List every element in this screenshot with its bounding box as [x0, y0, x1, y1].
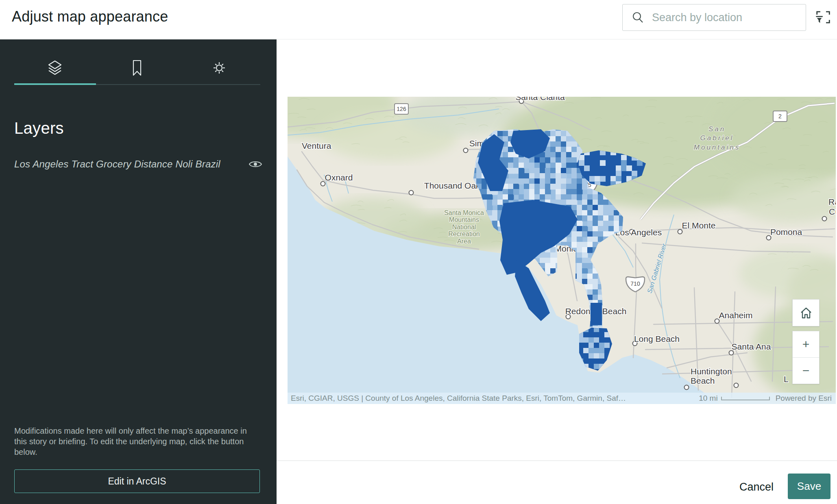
svg-text:2: 2	[778, 113, 782, 119]
adjust-map-appearance-dialog: Adjust map appearance	[0, 0, 837, 504]
edit-in-arcgis-button[interactable]: Edit in ArcGIS	[14, 469, 260, 493]
map-attribution-bar: Esri, CGIAR, USGS | County of Los Angele…	[288, 393, 836, 404]
attribution-text: Esri, CGIAR, USGS | County of Los Angele…	[291, 394, 699, 403]
tab-settings[interactable]	[179, 55, 260, 81]
map-label: Beach	[691, 376, 715, 385]
layer-visibility-eye-icon[interactable]	[248, 159, 262, 169]
cancel-button[interactable]: Cancel	[732, 476, 781, 497]
map-label: Pomona	[770, 227, 802, 237]
map-canvas[interactable]: VenturaOxnardSimi ValleyThousand OaksSan…	[288, 97, 836, 404]
footer-divider	[277, 461, 837, 461]
scale-label: 10 mi	[699, 394, 717, 403]
map-label: Ra	[828, 197, 836, 206]
highway-shield: 2	[773, 111, 787, 122]
map-label: Huntington	[691, 367, 732, 376]
zoom-out-button[interactable]: −	[793, 358, 819, 384]
map-label: Recreation	[448, 230, 480, 237]
layers-icon	[46, 59, 64, 77]
map-label: Area	[457, 238, 471, 245]
layer-name: Los Angeles Tract Grocery Distance Noli …	[14, 159, 220, 170]
sidebar-note: Modifications made here will only affect…	[14, 426, 260, 457]
map-label: Santa Clarita	[515, 97, 565, 102]
header: Adjust map appearance	[0, 0, 837, 39]
map-label: Anaheim	[719, 311, 753, 320]
map-label: L	[784, 374, 789, 384]
tab-bookmarks[interactable]	[96, 55, 178, 81]
sidebar-tabs	[0, 39, 277, 86]
powered-by-esri: Powered by Esri	[776, 394, 832, 403]
map-label: National	[452, 224, 476, 230]
map-label: Oxnard	[325, 173, 353, 182]
bookmark-icon	[128, 59, 146, 77]
map-label: El Monte	[682, 221, 716, 230]
map-label: Mountains	[449, 216, 479, 223]
map-label: Mountains	[694, 143, 740, 151]
map-label: Santa Monica	[444, 209, 484, 216]
active-tab-indicator	[14, 83, 96, 85]
svg-text:710: 710	[630, 280, 640, 287]
map-label: Long Beach	[634, 334, 680, 343]
basemap: VenturaOxnardSimi ValleyThousand OaksSan…	[288, 97, 836, 404]
map-home-button[interactable]	[792, 299, 820, 326]
gear-icon	[210, 59, 229, 77]
map-label: San	[708, 125, 726, 133]
save-button[interactable]: Save	[788, 474, 830, 499]
home-icon	[799, 306, 813, 320]
page-title: Adjust map appearance	[12, 8, 168, 25]
map-label: Ventura	[302, 141, 331, 150]
map-label: Gabriel	[700, 134, 734, 142]
map-extent-filter-icon[interactable]	[814, 9, 832, 27]
location-search	[622, 4, 806, 31]
layers-section-title: Layers	[14, 119, 64, 137]
tab-divider	[96, 84, 260, 85]
scale-bar	[721, 397, 770, 400]
search-input[interactable]	[651, 11, 789, 24]
highway-shield: 126	[395, 104, 408, 114]
sidebar: Layers Los Angeles Tract Grocery Distanc…	[0, 39, 277, 504]
zoom-controls: + −	[792, 331, 820, 384]
layer-row[interactable]: Los Angeles Tract Grocery Distance Noli …	[14, 155, 262, 173]
svg-text:126: 126	[397, 106, 406, 112]
tab-layers[interactable]	[14, 55, 96, 81]
search-icon	[632, 11, 644, 24]
scale-bar-group: 10 mi Powered by Esri	[699, 394, 832, 403]
map-label: Santa Ana	[732, 342, 771, 351]
zoom-in-button[interactable]: +	[793, 331, 819, 358]
map-label: Cu	[829, 207, 836, 216]
